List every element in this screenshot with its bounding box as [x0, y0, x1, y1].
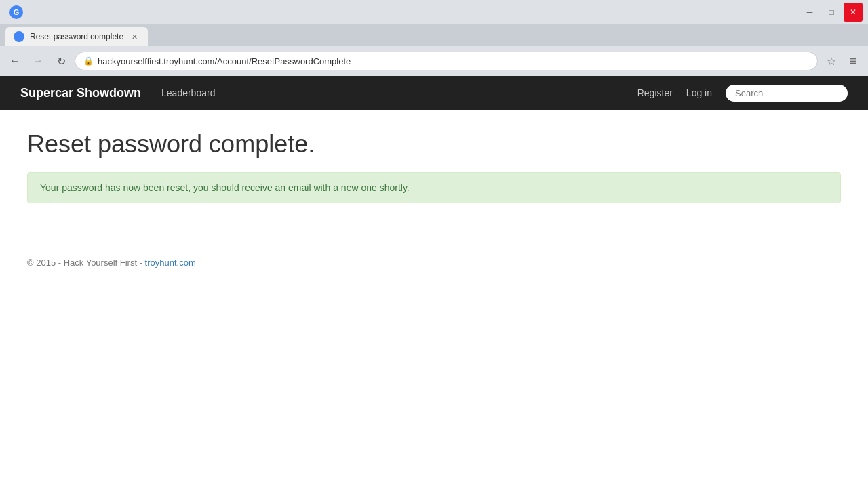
site-navbar: Supercar Showdown Leaderboard Register L… — [0, 76, 868, 110]
nav-leaderboard[interactable]: Leaderboard — [161, 87, 215, 98]
menu-button[interactable]: ≡ — [844, 52, 863, 70]
browser-window: G ─ □ ✕ Reset password complete ✕ ← → ↻ — [0, 0, 868, 76]
back-button[interactable]: ← — [5, 52, 24, 70]
window-action-buttons: ─ □ ✕ — [800, 3, 863, 22]
tab-title: Reset password complete — [30, 32, 123, 41]
forward-button[interactable]: → — [28, 52, 47, 70]
svg-point-2 — [16, 33, 22, 40]
main-content: Reset password complete. Your password h… — [0, 110, 868, 244]
refresh-button[interactable]: ↻ — [52, 52, 71, 70]
site-footer: © 2015 - Hack Yourself First - troyhunt.… — [0, 244, 868, 281]
nav-links: Leaderboard — [161, 87, 637, 98]
minimize-button[interactable]: ─ — [800, 3, 819, 22]
bookmark-button[interactable]: ☆ — [822, 52, 841, 70]
address-bar[interactable]: 🔒 hackyourselffirst.troyhunt.com/Account… — [75, 52, 818, 70]
lock-icon: 🔒 — [83, 56, 94, 66]
svg-text:G: G — [14, 8, 20, 16]
nav-right: Register Log in — [637, 85, 848, 102]
nav-register[interactable]: Register — [637, 87, 673, 98]
tab-favicon — [14, 31, 24, 42]
success-message: Your password has now been reset, you sh… — [40, 182, 410, 193]
tab-bar: Reset password complete ✕ — [0, 24, 868, 46]
toolbar-icons: ☆ ≡ — [822, 52, 863, 70]
window-controls: G — [5, 1, 30, 23]
maximize-button[interactable]: □ — [822, 3, 841, 22]
success-alert: Your password has now been reset, you sh… — [27, 172, 841, 203]
website-content: Supercar Showdown Leaderboard Register L… — [0, 76, 868, 469]
copyright-text: © 2015 - Hack Yourself First - — [27, 258, 145, 268]
tab-close-button[interactable]: ✕ — [129, 31, 140, 42]
close-button[interactable]: ✕ — [844, 3, 863, 22]
nav-login[interactable]: Log in — [686, 87, 712, 98]
browser-titlebar: G ─ □ ✕ — [0, 0, 868, 24]
browser-logo: G — [5, 1, 27, 23]
page-title: Reset password complete. — [27, 130, 841, 159]
search-input[interactable] — [726, 85, 848, 102]
active-tab[interactable]: Reset password complete ✕ — [5, 27, 148, 46]
footer-link[interactable]: troyhunt.com — [145, 258, 196, 268]
site-brand[interactable]: Supercar Showdown — [20, 86, 141, 100]
address-bar-row: ← → ↻ 🔒 hackyourselffirst.troyhunt.com/A… — [0, 46, 868, 76]
url-text: hackyourselffirst.troyhunt.com/Account/R… — [98, 56, 809, 66]
